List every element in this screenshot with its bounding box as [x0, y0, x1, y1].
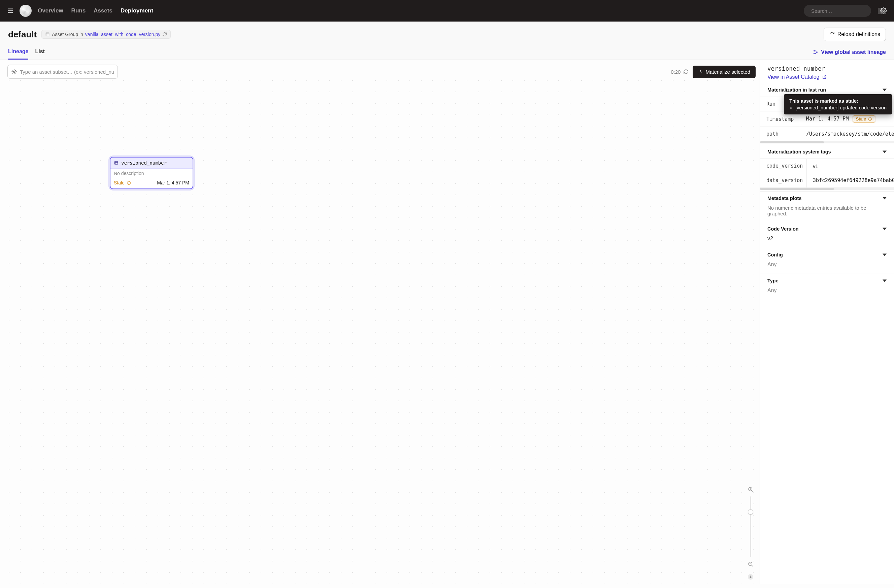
logo[interactable]	[20, 5, 32, 17]
zoom-slider-thumb[interactable]	[748, 509, 753, 515]
asset-node[interactable]: versioned_number No description Stale Ma…	[110, 157, 193, 189]
reload-definitions-button[interactable]: Reload definitions	[824, 28, 886, 41]
reload-definitions-label: Reload definitions	[837, 31, 880, 37]
download-button[interactable]	[746, 573, 755, 581]
stale-badge-label: Stale	[856, 116, 866, 122]
table-row: code_version v1	[760, 159, 894, 173]
canvas-toolbar: 0:20 Materialize selected	[8, 65, 756, 79]
timestamp-value: Mar 1, 4:57 PM	[806, 116, 849, 122]
breadcrumb-prefix: Asset Group in	[52, 32, 83, 37]
search-input[interactable]	[811, 8, 875, 14]
config-value: Any	[760, 261, 894, 274]
hscroll[interactable]	[760, 141, 894, 143]
refresh-timer-value: 0:20	[671, 69, 681, 75]
section-code-version-title: Code Version	[767, 226, 799, 232]
view-in-catalog-link[interactable]: View in Asset Catalog	[767, 74, 886, 80]
stale-tooltip-title: This asset is marked as stale:	[789, 98, 886, 104]
view-global-lineage-link[interactable]: View global asset lineage	[813, 49, 886, 59]
section-last-run-title: Materialization in last run	[767, 87, 826, 93]
subset-input-wrap[interactable]	[8, 65, 118, 79]
nav-links: Overview Runs Assets Deployment	[38, 8, 153, 14]
zoom-out-button[interactable]	[746, 560, 755, 568]
svg-point-5	[817, 51, 818, 53]
table-row: path /Users/smackesey/stm/code/element	[760, 127, 894, 141]
page-title: default	[8, 29, 37, 40]
zoom-slider-track[interactable]	[750, 496, 751, 557]
svg-point-6	[14, 71, 15, 73]
code-version-current: v2	[760, 235, 894, 248]
path-value[interactable]: /Users/smackesey/stm/code/element	[806, 131, 894, 137]
top-nav: Overview Runs Assets Deployment /	[0, 0, 894, 21]
repo-icon	[45, 32, 50, 37]
breadcrumb: Asset Group in vanilla_asset_with_code_v…	[41, 30, 171, 39]
section-type-head[interactable]: Type	[760, 274, 894, 288]
refresh-small-icon[interactable]	[683, 69, 689, 74]
code-version-label: code_version	[760, 159, 807, 173]
asset-node-desc: No description	[110, 169, 193, 178]
code-version-value: v1	[813, 163, 818, 169]
section-code-version: Code Version v2	[760, 222, 894, 248]
chevron-down-icon	[883, 227, 886, 231]
lineage-canvas[interactable]: 0:20 Materialize selected versioned_numb…	[0, 60, 760, 584]
info-icon	[868, 117, 872, 121]
asset-node-name: versioned_number	[121, 160, 167, 166]
tab-list[interactable]: List	[35, 48, 44, 60]
tabs: Lineage List	[8, 48, 45, 60]
section-system-tags: Materialization system tags code_version…	[760, 145, 894, 191]
table-row: data_version 3bfc269594ef649228e9a74bab0…	[760, 173, 894, 188]
tab-lineage[interactable]: Lineage	[8, 48, 28, 60]
nav-runs[interactable]: Runs	[71, 8, 86, 14]
nav-overview[interactable]: Overview	[38, 8, 63, 14]
sidebar-asset-name: versioned_number	[767, 65, 886, 72]
stale-badge[interactable]: Stale	[853, 115, 876, 122]
sparkle-icon	[698, 69, 703, 74]
materialize-label: Materialize selected	[705, 69, 750, 75]
asset-node-foot: Stale Mar 1, 4:57 PM	[110, 178, 193, 188]
section-system-tags-title: Materialization system tags	[767, 149, 831, 154]
main: 0:20 Materialize selected versioned_numb…	[0, 60, 894, 584]
chevron-down-icon	[883, 196, 886, 200]
view-in-catalog-label: View in Asset Catalog	[767, 74, 819, 80]
external-link-icon	[822, 75, 827, 80]
svg-point-4	[814, 53, 815, 54]
data-version-label: data_version	[760, 173, 807, 188]
asset-node-head: versioned_number	[110, 158, 193, 169]
menu-icon[interactable]	[4, 5, 17, 17]
refresh-timer: 0:20	[671, 69, 689, 75]
reload-icon	[829, 32, 835, 37]
subset-input[interactable]	[20, 69, 114, 75]
filter-icon	[11, 69, 17, 75]
page-header: default Asset Group in vanilla_asset_wit…	[0, 21, 894, 60]
asset-node-stale-label: Stale	[114, 180, 125, 185]
section-type-title: Type	[767, 278, 779, 283]
chevron-down-icon	[883, 279, 886, 283]
section-metadata-plots-head[interactable]: Metadata plots	[760, 191, 894, 205]
section-config-title: Config	[767, 252, 783, 258]
section-metadata-plots: Metadata plots No numeric metadata entri…	[760, 191, 894, 222]
nav-deployment[interactable]: Deployment	[121, 8, 153, 14]
hscroll[interactable]	[760, 188, 894, 190]
materialize-button[interactable]: Materialize selected	[693, 66, 756, 78]
section-config-head[interactable]: Config	[760, 248, 894, 261]
zoom-in-button[interactable]	[746, 485, 755, 494]
refresh-icon[interactable]	[162, 32, 167, 37]
svg-point-3	[814, 50, 815, 51]
metadata-plots-note: No numeric metadata entries available to…	[760, 205, 894, 222]
section-metadata-plots-title: Metadata plots	[767, 196, 802, 201]
data-version-value: 3bfc269594ef649228e9a74bab00f0	[813, 177, 894, 184]
view-global-lineage-label: View global asset lineage	[821, 49, 886, 55]
chevron-down-icon	[883, 150, 886, 154]
svg-point-1	[883, 10, 885, 12]
section-code-version-head[interactable]: Code Version	[760, 222, 894, 235]
search-box[interactable]: /	[804, 5, 871, 17]
table-icon	[114, 161, 119, 165]
breadcrumb-link[interactable]: vanilla_asset_with_code_version.py	[85, 32, 160, 37]
section-system-tags-head[interactable]: Materialization system tags	[760, 145, 894, 158]
chevron-down-icon	[883, 253, 886, 257]
zoom-controls	[746, 485, 756, 581]
info-icon	[127, 181, 131, 185]
system-tags-table: code_version v1 data_version 3bfc269594e…	[760, 158, 894, 188]
settings-icon[interactable]	[877, 5, 890, 17]
nav-assets[interactable]: Assets	[94, 8, 112, 14]
path-label: path	[760, 127, 800, 141]
